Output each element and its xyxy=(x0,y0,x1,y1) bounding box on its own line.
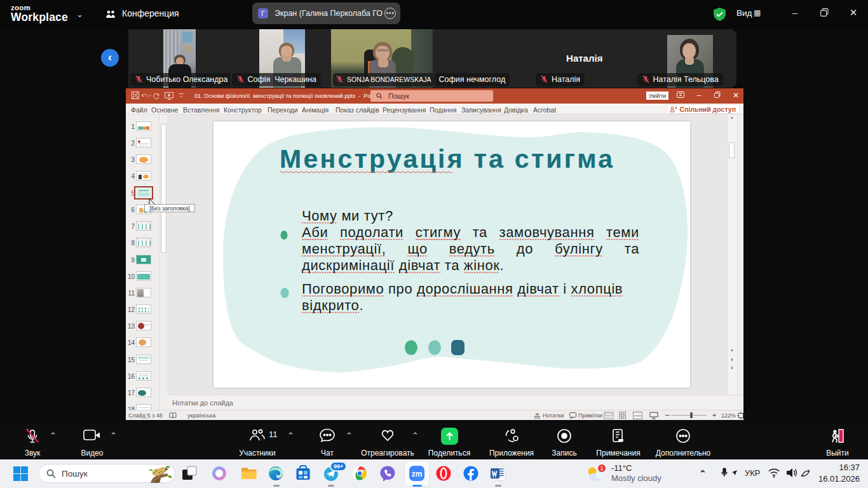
svg-text:1: 1 xyxy=(600,465,603,471)
svg-text:zm: zm xyxy=(412,470,423,478)
